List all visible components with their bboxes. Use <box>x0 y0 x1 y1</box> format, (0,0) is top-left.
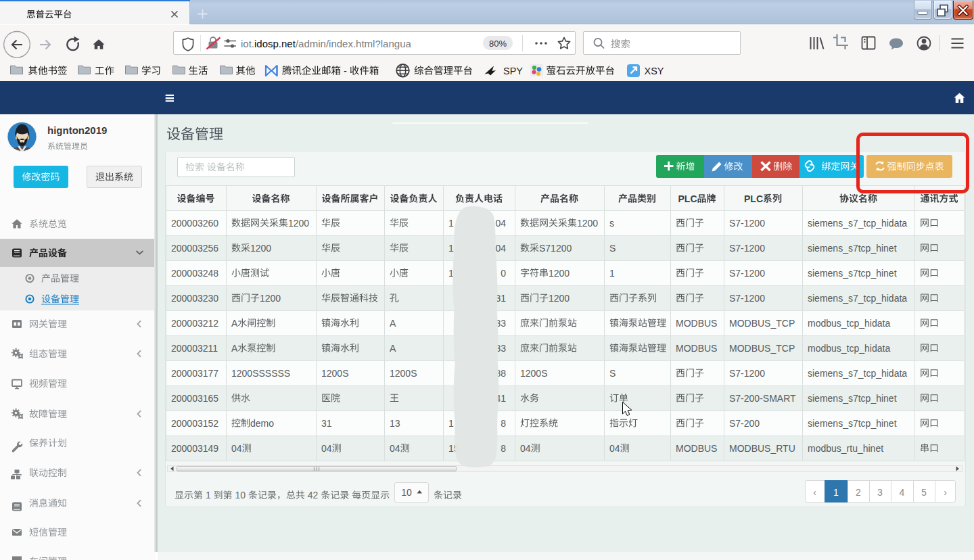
svg-text:‹: ‹ <box>813 487 816 498</box>
svg-text:S7-1200: S7-1200 <box>729 268 765 279</box>
svg-text:A: A <box>390 343 396 354</box>
svg-text:demo: demo <box>250 418 274 429</box>
svg-text:04: 04 <box>321 443 332 454</box>
svg-text:modbus_tcp_hidata: modbus_tcp_hidata <box>808 343 890 354</box>
svg-text:8: 8 <box>501 443 506 454</box>
svg-text:200003165: 200003165 <box>171 393 218 404</box>
svg-text:4: 4 <box>900 487 905 498</box>
svg-text:S7-200: S7-200 <box>729 418 760 429</box>
svg-text:A: A <box>231 318 238 329</box>
svg-text:1200S: 1200S <box>520 368 547 379</box>
svg-text:200003152: 200003152 <box>171 418 218 429</box>
svg-text:siemens_s7_tcp_hidata: siemens_s7_tcp_hidata <box>808 368 907 379</box>
svg-text:A: A <box>390 318 396 329</box>
svg-text:siemens_s7tcp_hinet: siemens_s7tcp_hinet <box>808 243 897 254</box>
svg-text:200003256: 200003256 <box>171 243 218 254</box>
svg-text:10: 10 <box>233 490 248 500</box>
svg-text:›: › <box>944 487 947 498</box>
svg-text:1: 1 <box>203 490 214 500</box>
svg-text:5: 5 <box>921 487 927 498</box>
svg-text:04: 04 <box>520 443 531 454</box>
svg-text:1200: 1200 <box>577 218 598 229</box>
svg-text:04: 04 <box>609 443 620 454</box>
svg-text:1: 1 <box>448 418 454 429</box>
svg-text:modbus_rtu_hinet: modbus_rtu_hinet <box>808 443 883 454</box>
svg-text:1: 1 <box>448 243 454 254</box>
svg-text:8: 8 <box>501 418 506 429</box>
svg-text:MODBUS_RTU: MODBUS_RTU <box>729 443 795 454</box>
svg-text:1200: 1200 <box>250 243 271 254</box>
svg-text:S: S <box>609 368 616 379</box>
svg-text:04: 04 <box>495 218 506 229</box>
svg-text:S7-1200: S7-1200 <box>729 293 765 304</box>
svg-text:1200: 1200 <box>549 268 570 279</box>
svg-text:04: 04 <box>231 443 242 454</box>
svg-text:1200: 1200 <box>260 293 281 304</box>
svg-text:MODBUS_TCP: MODBUS_TCP <box>729 343 795 354</box>
svg-text:XSY: XSY <box>645 66 664 76</box>
svg-text:04: 04 <box>495 243 506 254</box>
svg-text:1: 1 <box>833 487 839 498</box>
svg-text:A: A <box>231 343 238 354</box>
svg-text:PLC: PLC <box>744 193 763 204</box>
svg-text:200003230: 200003230 <box>171 293 218 304</box>
svg-text:200003212: 200003212 <box>171 318 218 329</box>
svg-text:S7-200-SMART: S7-200-SMART <box>729 393 796 404</box>
svg-text:80%: 80% <box>489 39 507 49</box>
svg-text:SPY: SPY <box>503 66 523 76</box>
svg-text:1200: 1200 <box>288 218 309 229</box>
svg-text:-: - <box>341 66 350 76</box>
svg-text:MODBUS: MODBUS <box>676 443 717 454</box>
svg-text:13: 13 <box>390 418 400 429</box>
svg-text:s: s <box>609 218 614 229</box>
svg-text:hignton2019: hignton2019 <box>47 124 107 136</box>
svg-text:200003248: 200003248 <box>171 268 218 279</box>
svg-text:PLC: PLC <box>678 193 697 204</box>
svg-text:1: 1 <box>609 268 615 279</box>
svg-text:200003211: 200003211 <box>171 343 218 354</box>
svg-text:1200: 1200 <box>549 293 570 304</box>
svg-text:/admin/index.html?langua: /admin/index.html?langua <box>296 38 412 49</box>
svg-text:04: 04 <box>390 443 400 454</box>
svg-text:idosp.net: idosp.net <box>254 38 296 49</box>
svg-text:S: S <box>609 243 616 254</box>
svg-text:siemens_s7tcp_hinet: siemens_s7tcp_hinet <box>808 268 897 279</box>
svg-text:MODBUS: MODBUS <box>676 318 717 329</box>
svg-text:42: 42 <box>305 490 321 500</box>
svg-text:MODBUS: MODBUS <box>676 343 717 354</box>
svg-text:0: 0 <box>501 268 506 279</box>
svg-text:3: 3 <box>877 487 883 498</box>
svg-text:S7-1200: S7-1200 <box>729 368 765 379</box>
svg-text:1200S: 1200S <box>321 368 348 379</box>
svg-text:iot.: iot. <box>241 38 254 49</box>
svg-text:S7-1200: S7-1200 <box>729 243 765 254</box>
svg-text:siemens_s7tcp_hinet: siemens_s7tcp_hinet <box>808 393 897 404</box>
svg-text:siemens_s7_tcp_hidata: siemens_s7_tcp_hidata <box>808 293 907 304</box>
svg-text:S71200: S71200 <box>539 243 572 254</box>
svg-text:1200S: 1200S <box>390 368 417 379</box>
svg-text:siemens_s7_tcp_hidata: siemens_s7_tcp_hidata <box>808 218 907 229</box>
svg-text:S7-1200: S7-1200 <box>729 218 765 229</box>
svg-text:10: 10 <box>401 487 412 498</box>
svg-text:31: 31 <box>321 418 332 429</box>
svg-text:modbus_tcp_hidata: modbus_tcp_hidata <box>808 318 890 329</box>
svg-text:siemens_s7tcp_hinet: siemens_s7tcp_hinet <box>808 418 897 429</box>
svg-text:200003260: 200003260 <box>171 218 218 229</box>
svg-text:1200SSSSSS: 1200SSSSSS <box>231 368 290 379</box>
svg-text:200003149: 200003149 <box>171 443 218 454</box>
svg-text:MODBUS_TCP: MODBUS_TCP <box>729 318 795 329</box>
svg-text:1: 1 <box>448 218 454 229</box>
svg-text:200003177: 200003177 <box>171 368 218 379</box>
svg-text:2: 2 <box>856 487 861 498</box>
